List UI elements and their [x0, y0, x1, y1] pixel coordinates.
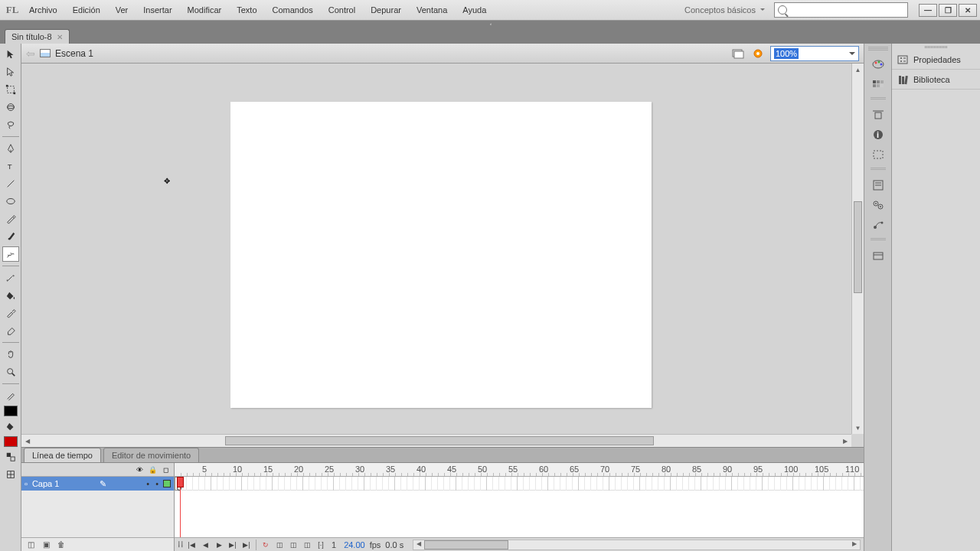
bone-tool[interactable] — [2, 270, 19, 285]
svg-rect-10 — [6, 453, 10, 457]
edit-multiple-frames-button[interactable]: ◫ — [301, 540, 313, 550]
grip-icon[interactable]: ⁞⁞ — [178, 540, 184, 549]
scrollbar-horizontal[interactable]: ◀▶ — [21, 434, 851, 447]
new-layer-button[interactable]: ◫ — [24, 540, 37, 550]
first-frame-button[interactable]: |◀ — [185, 540, 198, 550]
fill-swatch[interactable] — [4, 436, 18, 447]
onion-skin-outlines-button[interactable]: ◫ — [287, 540, 299, 550]
svg-text:T: T — [7, 162, 11, 171]
scrollbar-vertical[interactable]: ▲▼ — [851, 64, 864, 434]
paint-bucket-tool[interactable] — [2, 288, 19, 303]
panel-dock-1: i — [864, 44, 891, 551]
motion-presets-button[interactable] — [868, 216, 888, 234]
lock-icon[interactable]: 🔒 — [148, 465, 157, 474]
tab-timeline[interactable]: Línea de tiempo — [24, 448, 101, 462]
svg-point-42 — [880, 222, 883, 224]
code-snippets-button[interactable] — [868, 176, 888, 194]
onion-markers-button[interactable]: [·] — [315, 540, 327, 550]
menu-modificar[interactable]: Modificar — [180, 2, 230, 18]
play-button[interactable]: ▶ — [213, 540, 225, 550]
fps-label: fps — [370, 540, 381, 549]
outline-icon[interactable]: ◻ — [161, 465, 170, 474]
scene-icon — [40, 49, 51, 57]
deco-tool[interactable] — [2, 246, 19, 262]
menu-archivo[interactable]: Archivo — [21, 2, 65, 18]
eraser-tool[interactable] — [2, 323, 19, 338]
swap-colors[interactable] — [2, 449, 19, 465]
svg-text:i: i — [877, 130, 879, 139]
menu-edicion[interactable]: Edición — [65, 2, 108, 18]
layer-icon: ▫ — [24, 479, 28, 488]
rectangle-tool[interactable] — [2, 194, 19, 209]
free-transform-tool[interactable] — [2, 82, 19, 97]
subselection-tool[interactable] — [2, 64, 19, 80]
playhead[interactable] — [177, 477, 184, 537]
zoom-select[interactable]: 100% — [770, 46, 859, 61]
onion-skin-button[interactable]: ◫ — [273, 540, 286, 550]
timeline-ruler[interactable]: 5101520253035404550556065707580859095100… — [175, 463, 864, 477]
align-panel-button[interactable] — [868, 106, 888, 124]
properties-panel-button[interactable]: Propiedades — [892, 50, 980, 70]
menu-control[interactable]: Control — [321, 2, 363, 18]
document-tab[interactable]: Sin título-8 ✕ — [5, 29, 70, 44]
stroke-color[interactable] — [2, 388, 19, 403]
visibility-icon[interactable]: 👁 — [135, 465, 144, 474]
close-button[interactable]: ✕ — [959, 4, 977, 17]
project-panel-button[interactable] — [868, 246, 888, 265]
workspace-dropdown[interactable]: Conceptos básicos — [677, 2, 768, 18]
svg-point-40 — [880, 206, 881, 207]
close-tab-icon[interactable]: ✕ — [57, 33, 63, 41]
svg-point-4 — [7, 106, 14, 109]
brush-tool[interactable] — [2, 229, 19, 244]
edit-scene-button[interactable] — [730, 47, 746, 60]
selection-tool[interactable] — [2, 47, 19, 62]
transform-panel-button[interactable] — [868, 145, 888, 164]
text-tool[interactable]: T — [2, 158, 19, 174]
svg-rect-50 — [899, 76, 901, 84]
maximize-button[interactable]: ❐ — [939, 4, 957, 17]
fill-color[interactable] — [2, 419, 19, 434]
info-panel-button[interactable]: i — [868, 126, 888, 144]
library-panel-button[interactable]: Biblioteca — [892, 70, 980, 90]
search-input[interactable] — [774, 2, 908, 18]
swatches-panel-button[interactable] — [868, 75, 888, 93]
menu-ver[interactable]: Ver — [108, 2, 136, 18]
prev-frame-button[interactable]: ◀ — [199, 540, 211, 550]
components-panel-button[interactable] — [868, 196, 888, 214]
stage-area[interactable]: ✥ ▲▼ ◀▶ — [21, 64, 864, 447]
menu-ayuda[interactable]: Ayuda — [455, 2, 494, 18]
menu-texto[interactable]: Texto — [229, 2, 264, 18]
zoom-tool[interactable] — [2, 364, 19, 380]
document-tab-label: Sin título-8 — [11, 32, 52, 41]
menu-ventana[interactable]: Ventana — [409, 2, 455, 18]
stage-canvas[interactable] — [230, 102, 652, 408]
lasso-tool[interactable] — [2, 117, 19, 132]
menu-comandos[interactable]: Comandos — [265, 2, 321, 18]
layer-row[interactable]: ▫ Capa 1 ✎ •• — [21, 477, 174, 491]
options-tool[interactable] — [2, 467, 19, 482]
3d-rotation-tool[interactable] — [2, 99, 19, 115]
minimize-button[interactable]: — — [919, 4, 937, 17]
last-frame-button[interactable]: ▶| — [240, 540, 253, 550]
tab-motion-editor[interactable]: Editor de movimiento — [103, 448, 199, 462]
line-tool[interactable] — [2, 176, 19, 191]
color-panel-button[interactable] — [868, 55, 888, 73]
svg-rect-0 — [7, 86, 14, 93]
svg-point-8 — [7, 369, 12, 374]
frame-track[interactable] — [175, 477, 864, 537]
eyedropper-tool[interactable] — [2, 305, 19, 321]
next-frame-button[interactable]: ▶| — [227, 540, 239, 550]
menu-depurar[interactable]: Depurar — [363, 2, 409, 18]
layer-name: Capa 1 — [32, 479, 59, 488]
edit-symbol-button[interactable] — [750, 47, 766, 60]
hand-tool[interactable] — [2, 347, 19, 362]
frames-scrollbar[interactable]: ◀▶ — [413, 540, 861, 550]
menu-insertar[interactable]: Insertar — [136, 2, 179, 18]
back-arrow-icon[interactable]: ⇦ — [26, 47, 35, 60]
pen-tool[interactable] — [2, 141, 19, 156]
stroke-swatch[interactable] — [4, 406, 18, 416]
loop-button[interactable]: ↻ — [260, 540, 272, 550]
pencil-tool[interactable] — [2, 211, 19, 227]
new-folder-button[interactable]: ▣ — [40, 540, 52, 550]
delete-layer-button[interactable]: 🗑 — [55, 540, 67, 550]
